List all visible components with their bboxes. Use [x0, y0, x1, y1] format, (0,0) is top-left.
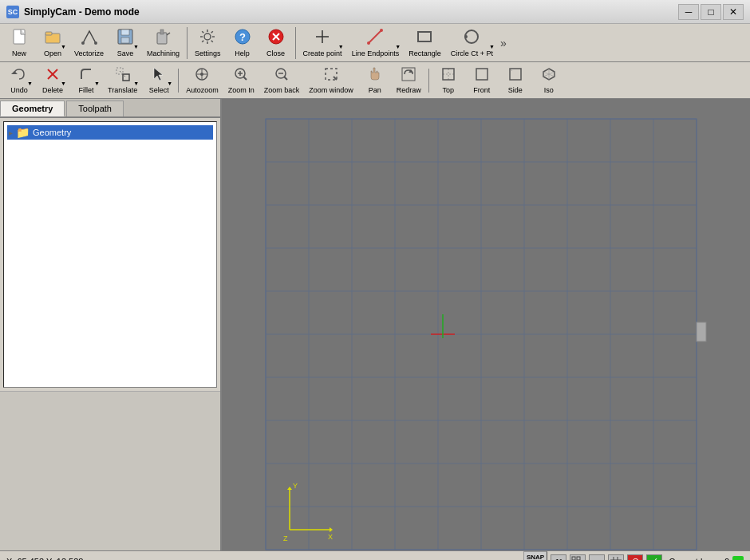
- snap-toggle-button[interactable]: SNAP OFF: [523, 551, 547, 560]
- zoom-in-icon: [233, 66, 249, 85]
- svg-marker-25: [11, 71, 18, 74]
- line-style-button[interactable]: [589, 554, 605, 561]
- maximize-button[interactable]: □: [701, 4, 721, 20]
- top-view-button[interactable]: Top: [432, 64, 464, 97]
- translate-button[interactable]: Translate ▼: [104, 64, 141, 97]
- minimize-button[interactable]: ─: [678, 4, 699, 20]
- line-endpoints-icon: [366, 28, 384, 48]
- circle-icon: [463, 28, 480, 48]
- pan-button[interactable]: Pan: [359, 64, 391, 97]
- autozoom-label: Autozoom: [186, 86, 219, 94]
- delete-button[interactable]: Delete ▼: [37, 64, 69, 97]
- select-label: Select: [149, 86, 169, 94]
- close-button[interactable]: Close: [260, 26, 292, 60]
- save-icon: [116, 28, 134, 48]
- title-bar: SC SimplyCam - Demo mode ─ □ ✕: [0, 0, 750, 24]
- delete-icon: [45, 66, 61, 85]
- svg-rect-6: [121, 30, 129, 35]
- svg-point-20: [367, 41, 370, 45]
- save-button[interactable]: Save ▼: [109, 26, 141, 60]
- snap-grid-button[interactable]: [570, 554, 586, 561]
- undo-button[interactable]: Undo ▼: [3, 64, 35, 97]
- circle-button[interactable]: Circle Ct + Pt ▼: [447, 26, 497, 60]
- vectorize-icon: [81, 28, 98, 48]
- more-tools-button[interactable]: »: [499, 35, 508, 51]
- geometry-root-item[interactable]: ▸ 📁 Geometry: [7, 125, 213, 140]
- machining-button[interactable]: Machining: [143, 26, 184, 60]
- select-button[interactable]: Select ▼: [143, 64, 175, 97]
- snap-label: SNAP: [527, 554, 544, 560]
- status-bar: X: 65.453 Y: 13.538 SNAP OFF 1°: [0, 550, 750, 560]
- front-view-button[interactable]: Front: [466, 64, 498, 97]
- pan-icon: [367, 66, 383, 85]
- current-layer-label: Current layer: 0: [669, 557, 729, 561]
- stop-button[interactable]: ⊘: [627, 554, 643, 561]
- front-view-icon: [474, 66, 490, 85]
- line-endpoints-button[interactable]: Line Endpoints ▼: [348, 26, 404, 60]
- confirm-button[interactable]: ✓: [646, 554, 662, 561]
- settings-button[interactable]: Settings: [191, 26, 225, 60]
- vectorize-label: Vectorize: [74, 49, 104, 57]
- geometry-tab[interactable]: Geometry: [0, 101, 65, 116]
- line-style-icon: [590, 556, 603, 561]
- svg-rect-50: [476, 69, 488, 80]
- redraw-button[interactable]: Redraw: [393, 64, 425, 97]
- side-view-button[interactable]: Side: [499, 64, 531, 97]
- zoom-window-button[interactable]: Zoom window: [305, 64, 357, 97]
- snap-grid-icon: [571, 556, 584, 561]
- main-area: Geometry Toolpath ▸ 📁 Geometry: [0, 99, 750, 550]
- settings-label: Settings: [195, 49, 221, 57]
- pan-label: Pan: [369, 86, 381, 94]
- autozoom-button[interactable]: Autozoom: [182, 64, 223, 97]
- svg-rect-9: [160, 30, 164, 34]
- rectangle-button[interactable]: Rectangle: [405, 26, 445, 60]
- layer-color-indicator[interactable]: [732, 556, 744, 561]
- zoom-back-button[interactable]: Zoom back: [260, 64, 304, 97]
- svg-text:Y: Y: [293, 482, 298, 490]
- left-panel-bottom: [0, 391, 220, 550]
- zoom-window-icon: [323, 66, 339, 85]
- grid-display-button[interactable]: [608, 554, 624, 561]
- line-endpoints-dropdown: ▼: [395, 44, 401, 49]
- redraw-icon: [401, 66, 416, 85]
- open-button[interactable]: Open ▼: [37, 26, 69, 60]
- check-icon: ✓: [651, 556, 658, 560]
- open-icon: [44, 28, 61, 48]
- svg-marker-31: [154, 68, 163, 81]
- iso-view-icon: [541, 66, 557, 85]
- toolbar-main: New Open ▼ Vectorize Save ▼: [0, 24, 750, 62]
- grid-number-button[interactable]: 1°: [551, 554, 566, 561]
- close-window-button[interactable]: ✕: [723, 4, 744, 20]
- new-button[interactable]: New: [3, 26, 35, 60]
- top-label: Top: [443, 86, 455, 94]
- toolpath-tab[interactable]: Toolpath: [66, 101, 124, 116]
- vectorize-button[interactable]: Vectorize: [70, 26, 108, 60]
- svg-rect-96: [572, 557, 575, 560]
- front-label: Front: [473, 86, 490, 94]
- viewport-canvas[interactable]: Y X Z 13.143 mm: [222, 99, 750, 550]
- open-label: Open: [44, 49, 61, 57]
- svg-rect-22: [418, 32, 431, 41]
- top-view-icon: [440, 66, 456, 85]
- create-point-icon: [314, 28, 331, 48]
- fillet-icon: [78, 66, 94, 85]
- iso-view-button[interactable]: Iso: [533, 64, 565, 97]
- delete-label: Delete: [42, 86, 63, 94]
- svg-line-10: [167, 33, 170, 35]
- close-label: Close: [266, 49, 285, 57]
- redraw-label: Redraw: [397, 86, 421, 94]
- fillet-label: Fillet: [78, 86, 93, 94]
- settings-icon: [199, 28, 216, 48]
- svg-point-24: [464, 35, 468, 38]
- create-point-button[interactable]: Create point ▼: [299, 26, 346, 60]
- app-title: SimplyCam - Demo mode: [24, 6, 140, 18]
- undo-icon: [11, 66, 27, 85]
- help-button[interactable]: ? Help: [227, 26, 259, 60]
- help-label: Help: [235, 49, 250, 57]
- circle-label: Circle Ct + Pt: [451, 49, 493, 57]
- svg-point-35: [200, 73, 203, 76]
- fillet-button[interactable]: Fillet ▼: [70, 64, 102, 97]
- tree-expand-icon: ▸: [9, 128, 13, 137]
- sep2: [295, 27, 296, 59]
- zoom-in-button[interactable]: Zoom In: [224, 64, 259, 97]
